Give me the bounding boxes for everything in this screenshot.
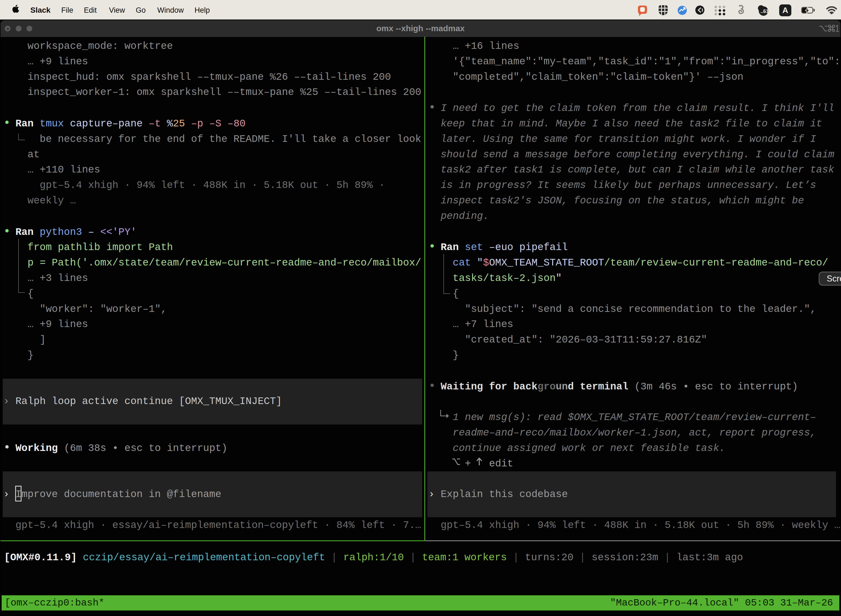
svg-text:..61: ..61 — [760, 9, 769, 14]
